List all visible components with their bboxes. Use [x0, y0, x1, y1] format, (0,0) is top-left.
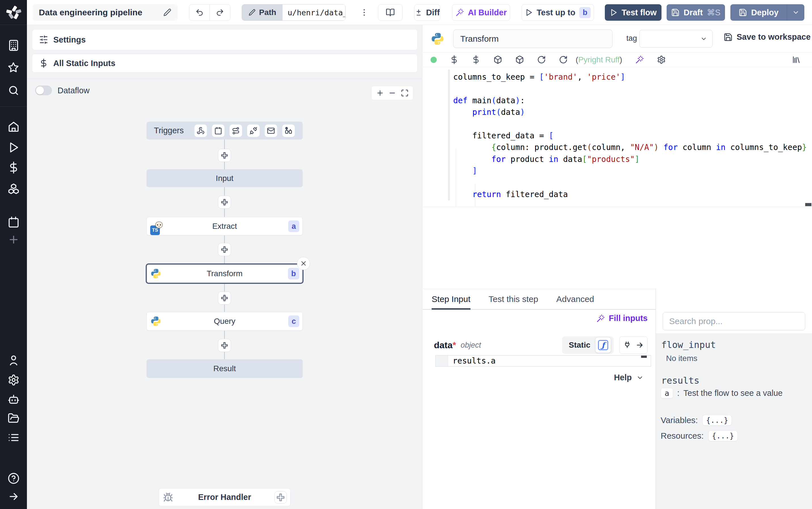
email-trigger-icon[interactable] — [265, 125, 277, 137]
favorites-star-icon[interactable] — [7, 61, 20, 74]
workspace-building-icon[interactable] — [7, 39, 20, 52]
home-icon[interactable] — [7, 121, 20, 133]
fit-view-icon[interactable] — [401, 89, 409, 97]
result-a-row[interactable]: a : Test the flow to see a value — [661, 388, 782, 398]
webhook-trigger-icon[interactable] — [194, 125, 207, 137]
dataflow-toggle[interactable] — [35, 86, 52, 95]
test-flow-button[interactable]: Test flow — [605, 4, 662, 21]
connect-input-button[interactable] — [619, 336, 648, 354]
flow-canvas: Settings All Static Inputs Dataflow Trig… — [27, 25, 422, 509]
schedule-trigger-icon[interactable] — [212, 125, 224, 137]
node-input[interactable]: Input — [147, 169, 303, 187]
undo-button[interactable] — [189, 4, 210, 21]
add-plus-icon[interactable] — [7, 233, 20, 246]
deploy-dropdown-button[interactable] — [787, 4, 804, 21]
node-triggers[interactable]: Triggers — [147, 122, 303, 139]
path-button[interactable]: Path u/henri/data_ — [242, 4, 345, 21]
variables-dollar-icon[interactable] — [7, 161, 20, 174]
flow-input-key[interactable]: flow_input — [661, 339, 716, 350]
diff-button[interactable]: Diff — [414, 4, 440, 21]
save-to-workspace-button[interactable]: Save to workspace — [724, 32, 811, 42]
node-result[interactable]: Result — [147, 359, 303, 378]
static-inputs-dollar-icon[interactable] — [450, 55, 458, 64]
add-error-handler-button[interactable] — [274, 491, 287, 504]
resources-object-badge[interactable]: {...} — [708, 431, 738, 441]
editor-settings-gear-icon[interactable] — [657, 55, 666, 64]
user-icon[interactable] — [7, 354, 20, 367]
help-icon[interactable] — [7, 472, 20, 485]
variables-object-badge[interactable]: {...} — [702, 415, 732, 426]
tab-step-input[interactable]: Step Input — [432, 289, 471, 309]
docs-book-button[interactable] — [378, 4, 402, 21]
settings-gear-icon[interactable] — [7, 374, 20, 386]
edit-pencil-icon[interactable] — [163, 8, 172, 17]
results-key[interactable]: results — [661, 375, 699, 386]
function-icon: ƒ — [598, 340, 608, 350]
expression-input[interactable]: results.a — [435, 355, 651, 367]
editor-scrollbar[interactable] — [805, 203, 811, 206]
test-up-to-button[interactable]: Test up to b — [521, 4, 594, 21]
ai-builder-button[interactable]: AI Builder — [452, 4, 510, 21]
package-icon[interactable] — [493, 55, 502, 64]
book-open-icon — [386, 8, 395, 17]
expression-value[interactable]: results.a — [448, 355, 496, 366]
node-query[interactable]: Query c — [147, 312, 303, 331]
workers-bot-icon[interactable] — [7, 393, 20, 406]
library-icon[interactable] — [792, 55, 801, 64]
variables-row[interactable]: Variables: {...} — [661, 415, 732, 426]
expression-mode-button[interactable]: ƒ — [595, 337, 611, 353]
add-step-button[interactable] — [218, 292, 231, 305]
windmill-logo[interactable] — [0, 0, 27, 25]
schedules-calendar-icon[interactable] — [7, 216, 20, 228]
search-icon[interactable] — [7, 84, 20, 97]
poll-trigger-icon[interactable] — [282, 125, 295, 137]
add-step-button[interactable] — [218, 196, 231, 209]
fill-inputs-button[interactable]: Fill inputs — [596, 314, 648, 323]
code-editor[interactable]: columns_to_keep = ['brand', 'price'] def… — [422, 67, 812, 207]
test-up-to-step-badge[interactable]: b — [579, 7, 591, 18]
node-transform-selected[interactable]: Transform b — [146, 264, 303, 284]
tab-advanced[interactable]: Advanced — [556, 289, 594, 309]
route-trigger-icon[interactable] — [229, 125, 242, 137]
path-label-segment: Path — [242, 4, 283, 21]
result-key-badge[interactable]: a — [661, 388, 673, 398]
add-step-button[interactable] — [218, 149, 231, 162]
expression-gutter — [436, 355, 448, 366]
help-toggle[interactable]: Help — [614, 373, 644, 382]
variables-dollar-icon[interactable] — [472, 55, 480, 64]
runs-play-icon[interactable] — [7, 141, 20, 154]
logs-list-icon[interactable] — [7, 431, 20, 444]
tag-select[interactable] — [639, 30, 712, 48]
step-name-input[interactable] — [453, 30, 613, 48]
reload-icon[interactable] — [537, 55, 546, 64]
expand-arrow-icon[interactable] — [7, 490, 20, 503]
add-step-button[interactable] — [218, 243, 231, 256]
resources-row[interactable]: Resources: {...} — [661, 431, 738, 441]
all-static-inputs-button[interactable]: All Static Inputs — [32, 54, 417, 73]
flow-settings-button[interactable]: Settings — [32, 29, 417, 50]
more-options-kebab-icon[interactable] — [358, 4, 370, 21]
flow-title-box[interactable]: Data engineering pipeline — [33, 4, 178, 21]
zoom-in-icon[interactable] — [376, 89, 384, 97]
tab-test-this-step[interactable]: Test this step — [489, 289, 538, 309]
plug-trigger-icon[interactable] — [247, 125, 260, 137]
path-value[interactable]: u/henri/data_ — [283, 4, 345, 21]
remove-step-button[interactable] — [297, 257, 310, 270]
redo-button[interactable] — [210, 4, 230, 21]
deploy-button[interactable]: Deploy — [730, 4, 787, 21]
ai-wand-icon[interactable] — [635, 55, 644, 64]
resources-boxes-icon[interactable] — [7, 182, 20, 195]
language-server-status-dot — [431, 57, 437, 63]
static-mode-label[interactable]: Static — [569, 341, 590, 350]
folders-icon[interactable] — [7, 412, 20, 425]
node-error-handler[interactable]: Error Handler — [159, 488, 291, 506]
node-extract[interactable]: TS Extract a — [147, 217, 303, 235]
reload-icon[interactable] — [559, 55, 568, 64]
add-step-button[interactable] — [218, 339, 231, 352]
flow-context-list: flow_input No items results a : Test the… — [656, 333, 812, 509]
package-icon[interactable] — [515, 55, 524, 64]
save-draft-button[interactable]: Draft ⌘S — [667, 4, 725, 21]
code-lines[interactable]: columns_to_keep = ['brand', 'price'] def… — [453, 71, 807, 200]
zoom-out-icon[interactable] — [388, 89, 396, 97]
search-prop-input[interactable] — [663, 312, 805, 330]
